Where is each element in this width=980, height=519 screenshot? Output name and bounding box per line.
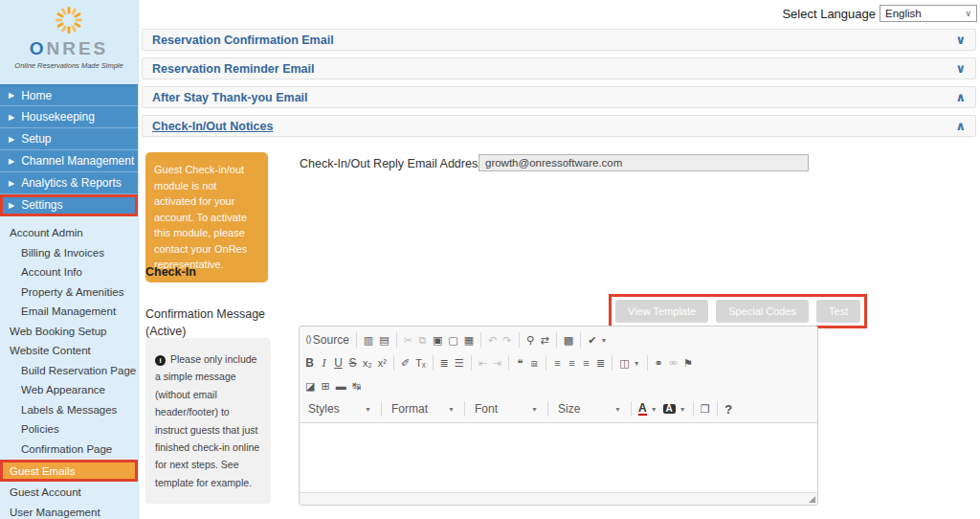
chevron-right-icon: ▶ — [9, 91, 14, 100]
styles-button[interactable]: Styles▼ — [302, 400, 377, 417]
justify-button[interactable]: ≣ — [593, 356, 608, 371]
styles-label: Styles — [308, 402, 340, 416]
text-color-icon: A — [638, 402, 647, 416]
maximize-button[interactable]: ❒ — [698, 402, 713, 417]
toolbar-separator — [356, 332, 357, 348]
paste-word-button[interactable]: ▦ — [461, 333, 477, 348]
sidebar-item-web-appearance[interactable]: Web Appearance — [0, 380, 138, 400]
bold-button[interactable]: B — [302, 355, 317, 371]
horizontal-rule-button[interactable]: ▬ — [333, 379, 349, 394]
toolbar-separator — [464, 401, 465, 417]
text-color-button[interactable]: A▼ — [635, 400, 660, 417]
subscript-button[interactable]: x₂ — [360, 356, 375, 371]
sidebar-item-guest-account[interactable]: Guest Account — [0, 483, 138, 503]
language-select-value: English — [885, 8, 922, 19]
spell-check-button[interactable]: ✔▼ — [585, 333, 610, 348]
about-button[interactable]: ? — [722, 401, 736, 417]
accordion-after-stay-thank-you-email[interactable]: After Stay Thank-you Email∧ — [142, 86, 976, 108]
replace-button[interactable]: ⇄ — [538, 333, 552, 348]
strikethrough-button[interactable]: S — [345, 355, 360, 371]
source-button[interactable]: ⟨⟩Source — [302, 331, 352, 349]
sidebar-item-analytics-reports[interactable]: ▶Analytics & Reports — [0, 172, 138, 194]
numbered-list-button[interactable]: ≣ — [437, 356, 452, 371]
format-button[interactable]: Format▼ — [386, 400, 460, 417]
test-button[interactable]: Test — [816, 300, 860, 323]
remove-format-button[interactable]: Tₓ — [412, 356, 428, 371]
reply-email-input[interactable] — [479, 154, 809, 171]
editor-footer: ◢ — [300, 492, 817, 505]
sidebar-item-property-amenities[interactable]: Property & Amenities — [0, 282, 138, 303]
sidebar-item-account-info[interactable]: Account Info — [0, 262, 138, 282]
onres-settings-screen: OnRes Online Reservations Made Simple ▶H… — [0, 0, 980, 519]
language-button[interactable]: ◫▼ — [616, 356, 642, 371]
replace-icon: ⇄ — [541, 335, 549, 346]
language-select[interactable]: English ∨ — [880, 5, 977, 22]
align-right-button[interactable]: ≡ — [579, 356, 593, 371]
sidebar-item-settings[interactable]: ▶Settings — [0, 194, 138, 216]
copy-button: ⧉ — [415, 333, 430, 348]
print-button[interactable]: ▤ — [376, 333, 391, 348]
toolbar-separator — [381, 401, 382, 417]
sidebar-item-housekeeping[interactable]: ▶Housekeeping — [0, 106, 138, 128]
sidebar-item-setup[interactable]: ▶Setup — [0, 128, 138, 150]
accordion-label: Reservation Reminder Email — [152, 62, 315, 76]
table-button[interactable]: ⊞ — [318, 379, 332, 394]
blockquote-button[interactable]: ❝ — [513, 356, 527, 371]
copy-formatting-button[interactable]: ✐ — [398, 356, 412, 371]
editor-body[interactable] — [300, 423, 817, 492]
toolbar-separator — [556, 332, 557, 348]
link-button[interactable]: ⚭ — [652, 356, 666, 371]
paste-text-button[interactable]: ▢ — [445, 333, 460, 348]
find-button[interactable]: ⚲ — [523, 333, 538, 348]
sidebar-item-user-management[interactable]: User Management — [0, 503, 138, 519]
unlink-button: ⚮ — [666, 356, 680, 371]
paste-button[interactable]: ▣ — [430, 333, 445, 348]
size-button[interactable]: Size▼ — [552, 400, 627, 417]
accordion-check-in-out-notices[interactable]: Check-In/Out Notices∧ — [142, 115, 976, 137]
bulleted-list-button[interactable]: ☰ — [452, 356, 467, 371]
sidebar-item-policies[interactable]: Policies — [0, 419, 138, 440]
caret-down-icon: ▼ — [448, 406, 455, 413]
accordion-reservation-reminder-email[interactable]: Reservation Reminder Email∨ — [142, 57, 976, 79]
align-left-icon: ≡ — [554, 358, 560, 369]
sidebar-item-web-booking-setup[interactable]: Web Booking Setup — [0, 322, 138, 342]
sidebar-item-build-reservation-page[interactable]: Build Reservation Page — [0, 361, 138, 381]
anchor-button[interactable]: ⚑ — [680, 356, 696, 371]
preview-button[interactable]: ▥ — [361, 333, 376, 348]
sidebar-item-billing-invoices[interactable]: Billing & Invoices — [0, 243, 138, 263]
language-icon: ◫ — [619, 358, 629, 369]
toolbar-separator — [647, 355, 648, 371]
align-left-button[interactable]: ≡ — [550, 356, 565, 371]
align-center-button[interactable]: ≡ — [565, 356, 579, 371]
sidebar-item-email-management[interactable]: Email Management — [0, 302, 138, 322]
sidebar-item-home[interactable]: ▶Home — [0, 84, 138, 106]
bg-color-button[interactable]: A▼ — [660, 402, 689, 416]
special-codes-button[interactable]: Special Codes — [716, 300, 809, 323]
underline-button[interactable]: U — [331, 355, 345, 371]
sidebar-item-confirmation-page[interactable]: Confirmation Page — [0, 440, 138, 460]
div-container-button[interactable]: ⧈ — [527, 356, 542, 371]
sidebar-item-channel-management[interactable]: ▶Channel Management — [0, 150, 138, 172]
font-button[interactable]: Font▼ — [469, 400, 544, 417]
sidebar-item-account-admin[interactable]: Account Admin — [0, 223, 138, 243]
view-template-button[interactable]: View Template — [615, 300, 708, 323]
sidebar-item-website-content[interactable]: Website Content — [0, 341, 138, 361]
sidebar-item-guest-emails[interactable]: Guest Emails — [0, 460, 138, 482]
accordion-label: Check-In/Out Notices — [152, 120, 273, 133]
align-center-icon: ≡ — [568, 358, 574, 369]
sidebar-item-labels-messages[interactable]: Labels & Messages — [0, 400, 138, 420]
resize-grip[interactable]: ◢ — [809, 494, 815, 505]
template-buttons-highlight: View TemplateSpecial CodesTest — [609, 294, 867, 328]
caret-down-icon: ▼ — [634, 360, 640, 367]
redo-button: ↷ — [500, 333, 514, 348]
onres-logo: OnRes Online Reservations Made Simple — [0, 0, 138, 84]
page-break-button[interactable]: ↹ — [349, 379, 364, 394]
superscript-button[interactable]: x² — [375, 356, 390, 371]
sidebar-main-nav: ▶Home▶Housekeeping▶Setup▶Channel Managem… — [0, 84, 138, 216]
select-all-button[interactable]: ▩ — [561, 333, 576, 348]
italic-button[interactable]: I — [317, 355, 331, 371]
toolbar-separator — [519, 332, 520, 348]
accordion-reservation-confirmation-email[interactable]: Reservation Confirmation Email∨ — [142, 29, 976, 51]
image-button[interactable]: ◪ — [302, 379, 318, 394]
toolbar-separator — [580, 332, 581, 348]
